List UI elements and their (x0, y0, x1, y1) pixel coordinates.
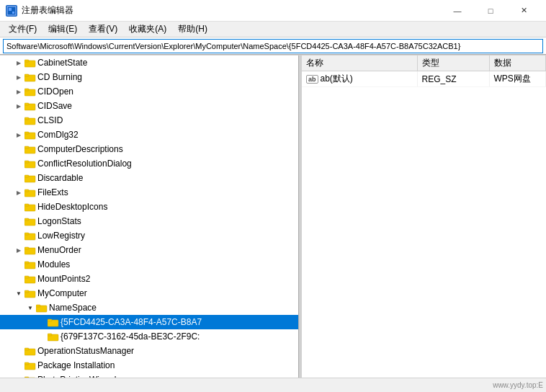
expand-arrow-icon[interactable] (14, 275, 23, 283)
svg-rect-32 (24, 262, 29, 264)
expand-arrow-icon[interactable] (14, 116, 23, 125)
svg-rect-30 (24, 247, 29, 249)
tree-item-label: PhotoPrintingWizard (37, 375, 116, 378)
expand-arrow-icon[interactable] (14, 260, 23, 269)
svg-rect-46 (24, 362, 29, 365)
tree-item[interactable]: OperationStatusManager (0, 344, 298, 358)
tree-item[interactable]: ▼ NameSpace (0, 300, 298, 315)
tree-item[interactable]: CLSID (0, 113, 298, 128)
expand-arrow-icon[interactable]: ▶ (14, 188, 23, 197)
tree-item-label: CLSID (37, 115, 63, 125)
folder-icon (24, 58, 36, 68)
tree-item[interactable]: ▶ ComDlg32 (0, 128, 298, 142)
tree-item[interactable]: Package Installation (0, 358, 298, 373)
col-data[interactable]: 数据 (489, 55, 546, 71)
tree-item-label: MountPoints2 (37, 274, 90, 284)
tree-item[interactable]: ▼ MyComputer (0, 286, 298, 300)
tree-item-label: LowRegistry (37, 231, 85, 241)
expand-arrow-icon[interactable]: ▶ (14, 58, 23, 67)
tree-item-label: OperationStatusManager (37, 346, 134, 356)
tree-item[interactable]: {5FCD4425-CA3A-48F4-A57C-B8A7 (0, 315, 298, 329)
title-bar: 注册表编辑器 — □ ✕ (0, 0, 546, 22)
expand-arrow-icon[interactable] (14, 347, 23, 355)
tree-item[interactable]: Discardable (0, 171, 298, 185)
expand-arrow-icon[interactable] (14, 231, 23, 240)
expand-arrow-icon[interactable] (14, 159, 23, 168)
tree-item[interactable]: ▶ CIDSave (0, 99, 298, 113)
tree-item[interactable]: ▶ MenuOrder (0, 243, 298, 257)
col-name[interactable]: 名称 (302, 55, 417, 71)
menu-view[interactable]: 查看(V) (83, 22, 123, 37)
tree-item[interactable]: ▶ CIDOpen (0, 84, 298, 99)
folder-icon (24, 216, 36, 226)
right-pane[interactable]: 名称 类型 数据 abab(默认)REG_SZWPS网盘 (302, 55, 546, 378)
tree-item-label: Discardable (37, 173, 83, 183)
tree-item[interactable]: ▶ FileExts (0, 185, 298, 200)
folder-icon (24, 259, 36, 270)
expand-arrow-icon[interactable] (14, 145, 23, 153)
expand-arrow-icon[interactable] (14, 217, 23, 226)
tree-item[interactable]: {679F137C-3162-45da-BE3C-2F9C: (0, 329, 298, 344)
expand-arrow-icon[interactable] (14, 361, 23, 370)
folder-icon (24, 173, 36, 183)
folder-icon (24, 360, 36, 370)
main-content: ▶ CabinetState▶ CD Burning▶ CIDOpen▶ CID… (0, 55, 546, 378)
menu-help[interactable]: 帮助(H) (172, 22, 213, 37)
tree-item[interactable]: ▶ CD Burning (0, 70, 298, 84)
tree-item[interactable]: HideDesktopIcons (0, 200, 298, 214)
close-button[interactable]: ✕ (507, 0, 540, 22)
expand-arrow-icon[interactable] (37, 332, 46, 341)
expand-arrow-icon[interactable]: ▶ (14, 246, 23, 254)
menu-file[interactable]: 文件(F) (3, 22, 42, 37)
menu-favorites[interactable]: 收藏夹(A) (123, 22, 172, 37)
folder-icon (24, 245, 36, 255)
title-bar-buttons: — □ ✕ (441, 0, 540, 22)
svg-rect-4 (24, 60, 29, 62)
folder-icon (24, 159, 36, 169)
expand-arrow-icon[interactable]: ▼ (26, 303, 35, 312)
tree-item[interactable]: ▶ PhotoPrintingWizard (0, 373, 298, 378)
svg-rect-20 (24, 175, 29, 177)
tree-item[interactable]: Modules (0, 257, 298, 272)
tree-item[interactable]: ComputerDescriptions (0, 142, 298, 156)
expand-arrow-icon[interactable]: ▶ (14, 73, 23, 81)
expand-arrow-icon[interactable]: ▶ (14, 87, 23, 96)
svg-rect-44 (24, 348, 29, 350)
tree-item-label: CIDSave (37, 101, 72, 111)
tree-item-label: CIDOpen (37, 86, 73, 97)
svg-rect-28 (24, 233, 29, 235)
tree-item[interactable]: MountPoints2 (0, 272, 298, 286)
tree-item-label: MyComputer (37, 288, 87, 298)
tree-item[interactable]: LowRegistry (0, 228, 298, 243)
folder-icon (48, 331, 59, 342)
maximize-button[interactable]: □ (474, 0, 507, 22)
table-row[interactable]: abab(默认)REG_SZWPS网盘 (302, 71, 546, 87)
svg-rect-48 (24, 377, 29, 378)
expand-arrow-icon[interactable]: ▶ (14, 102, 23, 110)
svg-rect-22 (24, 190, 29, 192)
tree-item-label: CabinetState (37, 58, 87, 68)
tree-item[interactable]: ▶ CabinetState (0, 55, 298, 70)
expand-arrow-icon[interactable]: ▶ (14, 130, 23, 139)
expand-arrow-icon[interactable] (37, 318, 46, 326)
svg-rect-36 (24, 290, 29, 293)
title-bar-left: 注册表编辑器 (6, 4, 73, 17)
col-type[interactable]: 类型 (417, 55, 489, 71)
expand-arrow-icon[interactable] (14, 174, 23, 182)
tree-item-label: FileExts (37, 187, 68, 197)
expand-arrow-icon[interactable]: ▼ (14, 289, 23, 298)
app-icon (6, 5, 17, 17)
expand-arrow-icon[interactable] (14, 202, 23, 211)
status-right: www.yydy.top:E (493, 381, 543, 389)
expand-arrow-icon[interactable]: ▶ (14, 375, 23, 378)
address-input[interactable] (3, 39, 543, 53)
folder-icon (24, 72, 36, 82)
minimize-button[interactable]: — (441, 0, 474, 22)
tree-pane[interactable]: ▶ CabinetState▶ CD Burning▶ CIDOpen▶ CID… (0, 55, 299, 378)
tree-item[interactable]: ConflictResolutionDialog (0, 156, 298, 171)
folder-icon (24, 101, 36, 111)
menu-edit[interactable]: 编辑(E) (42, 22, 83, 37)
tree-item-label: Modules (37, 259, 70, 270)
tree-item[interactable]: LogonStats (0, 214, 298, 228)
tree-item-label: CD Burning (37, 72, 82, 82)
